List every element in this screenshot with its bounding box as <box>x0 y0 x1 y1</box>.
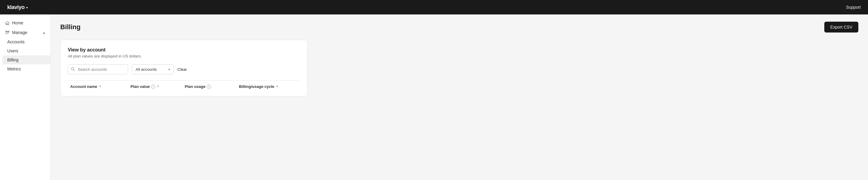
sidebar-item-home[interactable]: Home <box>0 18 50 28</box>
support-link[interactable]: Support <box>846 5 861 10</box>
th-plan-value-info-icon[interactable]: i <box>151 84 155 89</box>
sidebar-item-metrics[interactable]: Metrics <box>2 64 50 73</box>
logo-symbol: ● <box>26 6 28 9</box>
main-layout: Home Manage ▲ Accounts Users Bi <box>0 14 868 180</box>
home-icon <box>5 21 10 25</box>
sidebar-item-billing-label: Billing <box>7 58 19 62</box>
th-plan-usage: Plan usage i <box>182 84 237 89</box>
clear-filter-link[interactable]: Clear <box>178 67 187 72</box>
content-header: Billing Export CSV <box>60 22 858 33</box>
page-title: Billing <box>60 23 81 31</box>
sidebar-item-home-label: Home <box>12 21 23 25</box>
th-plan-value-sort-icon[interactable] <box>156 84 160 88</box>
th-account-name: Account name <box>68 84 128 89</box>
search-input-wrapper <box>68 64 128 74</box>
sidebar-item-accounts-label: Accounts <box>7 39 25 44</box>
th-billing-cycle-sort-icon[interactable] <box>276 84 279 88</box>
sidebar-sub-items: Accounts Users Billing Metrics <box>0 37 50 73</box>
th-account-name-sort-icon[interactable] <box>98 84 102 88</box>
sidebar-item-accounts[interactable]: Accounts <box>2 37 50 46</box>
sidebar-item-users[interactable]: Users <box>2 46 50 56</box>
all-accounts-dropdown[interactable]: All accounts ▾ <box>132 64 174 74</box>
topnav: klaviyo● Support <box>0 0 868 14</box>
search-accounts-input[interactable] <box>68 64 128 74</box>
table-headers: Account name Plan value i <box>68 80 300 89</box>
dropdown-chevron-icon: ▾ <box>168 68 170 71</box>
export-csv-button[interactable]: Export CSV <box>824 22 858 33</box>
all-accounts-dropdown-label: All accounts <box>135 67 157 72</box>
sidebar: Home Manage ▲ Accounts Users Bi <box>0 14 51 180</box>
billing-card: View by account All plan values are disp… <box>60 40 307 96</box>
sidebar-group-manage-label: Manage <box>12 30 27 35</box>
sidebar-item-metrics-label: Metrics <box>7 67 21 71</box>
th-plan-value: Plan value i <box>128 84 182 89</box>
th-plan-value-label: Plan value <box>130 84 150 89</box>
sidebar-item-billing[interactable]: Billing <box>2 56 50 64</box>
svg-line-4 <box>73 70 75 71</box>
search-icon <box>71 67 75 72</box>
svg-point-2 <box>8 31 9 32</box>
manage-chevron-icon: ▲ <box>42 31 45 34</box>
logo-text: klaviyo <box>7 4 25 10</box>
manage-icon <box>5 30 10 35</box>
th-account-name-label: Account name <box>70 84 97 89</box>
sidebar-item-users-label: Users <box>7 48 19 53</box>
svg-point-1 <box>5 31 7 32</box>
card-title: View by account <box>68 47 300 53</box>
th-plan-usage-info-icon[interactable]: i <box>207 84 211 89</box>
logo[interactable]: klaviyo● <box>7 4 28 10</box>
th-plan-usage-label: Plan usage <box>185 84 206 89</box>
card-subtitle: All plan values are displayed in US doll… <box>68 54 300 59</box>
filters-row: All accounts ▾ Clear <box>68 64 300 74</box>
th-billing-cycle: Billing/usage cycle <box>237 84 297 89</box>
sidebar-group-manage[interactable]: Manage ▲ <box>0 28 50 37</box>
main-content: Billing Export CSV View by account All p… <box>51 14 868 180</box>
svg-point-0 <box>7 31 8 32</box>
th-billing-cycle-label: Billing/usage cycle <box>239 84 274 89</box>
